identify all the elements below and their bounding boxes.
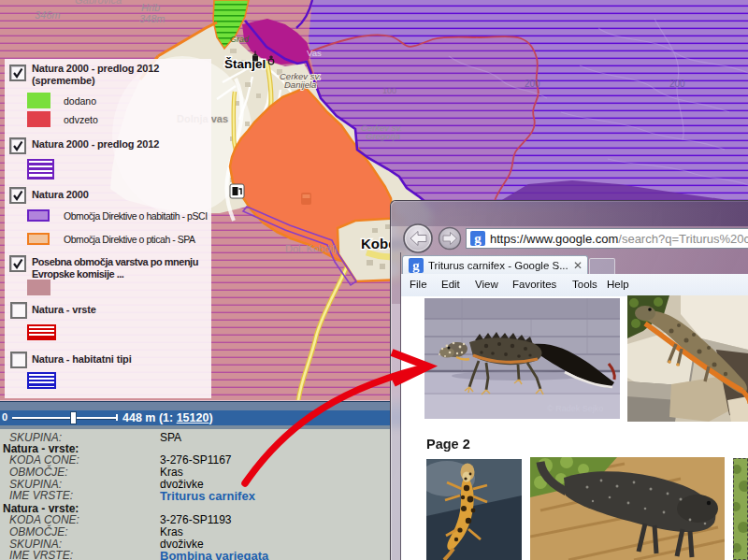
svg-text:200: 200 xyxy=(525,79,540,89)
svg-text:Hrib: Hrib xyxy=(141,2,160,13)
svg-text:200: 200 xyxy=(669,79,685,89)
svg-text:Danijela: Danijela xyxy=(284,79,316,90)
svg-text:346m: 346m xyxy=(35,9,61,21)
svg-text:Dol. Kobdilj: Dol. Kobdilj xyxy=(285,243,338,254)
svg-text:Page 2: Page 2 xyxy=(426,437,470,452)
svg-text:Gabrovica: Gabrovica xyxy=(75,0,122,6)
svg-text:© Radek Sejko: © Radek Sejko xyxy=(547,404,603,413)
svg-text:Grad: Grad xyxy=(230,35,250,44)
svg-text:Gregorja: Gregorja xyxy=(366,131,400,141)
svg-text:Štanjel: Štanjel xyxy=(224,57,266,71)
svg-text:Vas: Vas xyxy=(307,48,322,58)
svg-text:100: 100 xyxy=(382,86,396,95)
svg-text:348m: 348m xyxy=(139,13,165,24)
